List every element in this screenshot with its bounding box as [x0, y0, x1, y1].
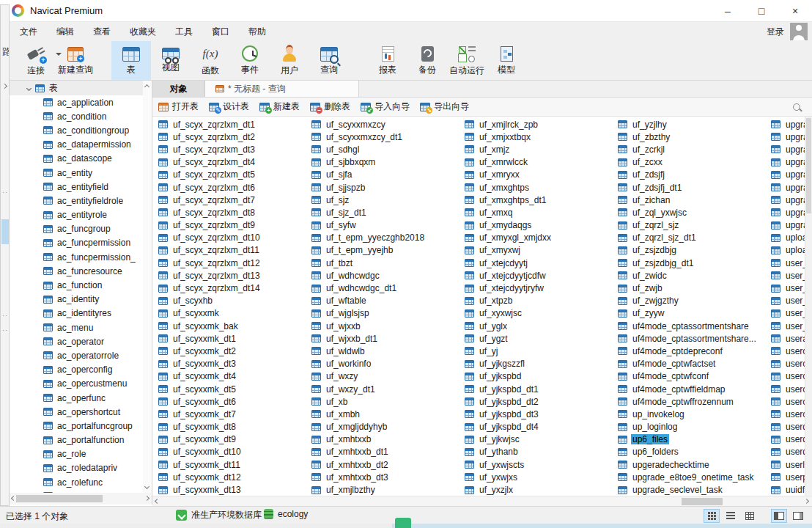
- menu-item-5[interactable]: 窗口: [202, 22, 239, 41]
- table-item[interactable]: uf_sjfa: [311, 169, 465, 181]
- table-item[interactable]: uf_xmbh: [311, 408, 465, 420]
- table-item[interactable]: uf_zqrzl_sjz: [618, 219, 771, 232]
- tree-item[interactable]: ac_operconfig: [10, 363, 143, 377]
- table-item[interactable]: uf_scyxxmxzcy: [311, 118, 465, 131]
- table-item[interactable]: uf_scyx_zqrzlxm_dt5: [158, 169, 311, 181]
- table-item[interactable]: uf_yxwjxs: [465, 471, 618, 483]
- table-item[interactable]: uf_scyx_zqrzlxm_dt11: [158, 244, 311, 257]
- table-item[interactable]: uf_xmryxx: [465, 169, 618, 181]
- table-item[interactable]: uf_scyxxmk_dt1: [158, 332, 311, 345]
- table-item[interactable]: uf_scyx_zqrzlxm_dt3: [158, 143, 311, 155]
- table-item[interactable]: uf_scyxxmk_dt4: [158, 370, 311, 383]
- connect-button[interactable]: +连接: [16, 41, 56, 80]
- table-item[interactable]: uf_scyxxmk_dt12: [158, 471, 311, 483]
- table-item[interactable]: uf_xmrwlcck: [465, 156, 618, 169]
- maximize-button[interactable]: □: [745, 0, 778, 22]
- scroll-left-icon[interactable]: [155, 499, 160, 504]
- table-item[interactable]: userco: [771, 383, 805, 395]
- backup-button[interactable]: 备份: [407, 41, 447, 80]
- table-item[interactable]: uf_zsjzdbjg: [618, 244, 771, 257]
- table-item[interactable]: uf_zdsjfj_dt1: [618, 181, 771, 194]
- tree-item[interactable]: ac_opercustmenu: [10, 377, 143, 391]
- table-item[interactable]: uf4mode_cptwffieldmap: [618, 383, 771, 395]
- table-item[interactable]: uf_wdhcwdgc: [311, 269, 465, 282]
- tab-query[interactable]: * 无标题 - 查询: [205, 81, 359, 97]
- minimize-button[interactable]: –: [711, 0, 745, 22]
- table-item[interactable]: uf_zichan: [618, 194, 771, 206]
- table-item[interactable]: uf_sjz_dt1: [311, 206, 465, 219]
- tree-vertical-scrollbar[interactable]: [143, 81, 152, 493]
- tree-item[interactable]: ac_conditiongroup: [10, 123, 143, 137]
- table-item[interactable]: uf_scyx_zqrzlxm_dt10: [158, 232, 311, 244]
- table-item[interactable]: uf_scyxxmk_dt9: [158, 433, 311, 446]
- table-item[interactable]: user_d: [771, 257, 805, 269]
- table-item[interactable]: uf_sdhgl: [311, 143, 465, 155]
- table-item[interactable]: uf_xmxghtps: [465, 181, 618, 194]
- table-item[interactable]: uf_t_epm_yyeczghb2018: [311, 232, 465, 244]
- table-item[interactable]: uf_sjbbxqxm: [311, 156, 465, 169]
- tree-item[interactable]: ac_portalfunction: [10, 433, 143, 447]
- table-item[interactable]: uf_wdhcwdgc_dt1: [311, 282, 465, 294]
- scroll-left-icon[interactable]: [11, 496, 16, 501]
- table-item[interactable]: uf_scyx_zqrzlxm_dt7: [158, 194, 311, 206]
- tree-item[interactable]: ac_identityres: [10, 307, 143, 320]
- table-item[interactable]: uf_xmjlbzthy: [311, 483, 465, 496]
- table-item[interactable]: uf_zwjb: [618, 282, 771, 294]
- table-item[interactable]: uf_yzjlhy: [618, 118, 771, 131]
- tree-item[interactable]: ac_entityfield: [10, 180, 143, 194]
- table-item[interactable]: uf_zqrzl_sjz_dt1: [618, 232, 771, 244]
- table-item[interactable]: uf_xmxq: [465, 206, 618, 219]
- table-item[interactable]: uf4mode_cptwfactset: [618, 358, 771, 370]
- tree-item[interactable]: ac_entityfieldrole: [10, 194, 143, 208]
- tree-item[interactable]: ac_opershortcut: [10, 405, 143, 419]
- table-item[interactable]: uf_scyxxmk_dt10: [158, 446, 311, 458]
- table-item[interactable]: uf_scyx_zqrzlxm_dt14: [158, 282, 311, 294]
- search-icon[interactable]: [793, 103, 800, 111]
- tree-item[interactable]: ac_identity: [10, 293, 143, 307]
- table-item[interactable]: uf_zwidc: [618, 269, 771, 282]
- event-button[interactable]: 事件: [230, 41, 270, 80]
- table-item[interactable]: uf_wldwlb: [311, 345, 465, 357]
- grid-view-button[interactable]: [704, 509, 720, 523]
- table-item[interactable]: uf_yjkspbd_dt2: [465, 395, 618, 408]
- import-wizard-button[interactable]: ↙导入向导: [361, 100, 410, 113]
- table-item[interactable]: upgrad: [771, 131, 805, 143]
- database-indicator[interactable]: ecology: [264, 509, 308, 519]
- table-item[interactable]: uf_scyxxmk_dt2: [158, 345, 311, 357]
- table-item[interactable]: up6_folders: [618, 446, 771, 458]
- grid-horizontal-scrollbar[interactable]: [152, 496, 812, 506]
- table-item[interactable]: uf_yxwjscts: [465, 458, 618, 471]
- tree-item[interactable]: ac_condition: [10, 109, 143, 123]
- table-item[interactable]: uf_scyxxmk_dt7: [158, 408, 311, 420]
- table-item[interactable]: uf4mode_cptwffrozennum: [618, 395, 771, 408]
- table-item[interactable]: uf_wjxxb_dt1: [311, 332, 465, 345]
- table-item[interactable]: uf_xmydaqgs: [465, 219, 618, 232]
- tree-item[interactable]: ac_funcpermission: [10, 236, 143, 250]
- table-item[interactable]: uf_scyx_zqrzlxm_dt9: [158, 219, 311, 232]
- open-table-button[interactable]: 打开表: [158, 100, 199, 113]
- table-item[interactable]: upgrad: [771, 181, 805, 194]
- table-item[interactable]: upgrad: [771, 219, 805, 232]
- table-item[interactable]: userad: [771, 332, 805, 345]
- table-item[interactable]: upgeradechecktime: [618, 458, 771, 471]
- automation-button[interactable]: 自动运行: [447, 41, 487, 80]
- tree-item[interactable]: ac_portalfuncgroup: [10, 419, 143, 433]
- scroll-right-icon[interactable]: [804, 499, 809, 504]
- table-item[interactable]: userco: [771, 358, 805, 370]
- table-item[interactable]: uf_yjkgszzfl: [465, 358, 618, 370]
- table-item[interactable]: uf_scyxxmk_dt5: [158, 383, 311, 395]
- right-pane-toggle[interactable]: [790, 509, 806, 523]
- table-item[interactable]: uf_zbzthy: [618, 131, 771, 143]
- left-pane-toggle[interactable]: [771, 509, 787, 523]
- table-item[interactable]: uf_zsjzdbjg_dt1: [618, 257, 771, 269]
- table-item[interactable]: uf4mode_cptdepreconf: [618, 345, 771, 357]
- table-item[interactable]: uf_scyx_zqrzlxm_dt12: [158, 257, 311, 269]
- table-item[interactable]: uf_scyxhb: [158, 295, 311, 307]
- tree-item[interactable]: ac_application: [10, 95, 143, 109]
- table-item[interactable]: uf_tbzt: [311, 257, 465, 269]
- table-item[interactable]: uf_yj: [465, 345, 618, 357]
- table-item[interactable]: user_d: [771, 269, 805, 282]
- table-item[interactable]: up_invokelog: [618, 408, 771, 420]
- collapsed-pane-strip[interactable]: 路 ·· ·· ··: [0, 4, 10, 506]
- tree-item[interactable]: ac_role: [10, 447, 143, 461]
